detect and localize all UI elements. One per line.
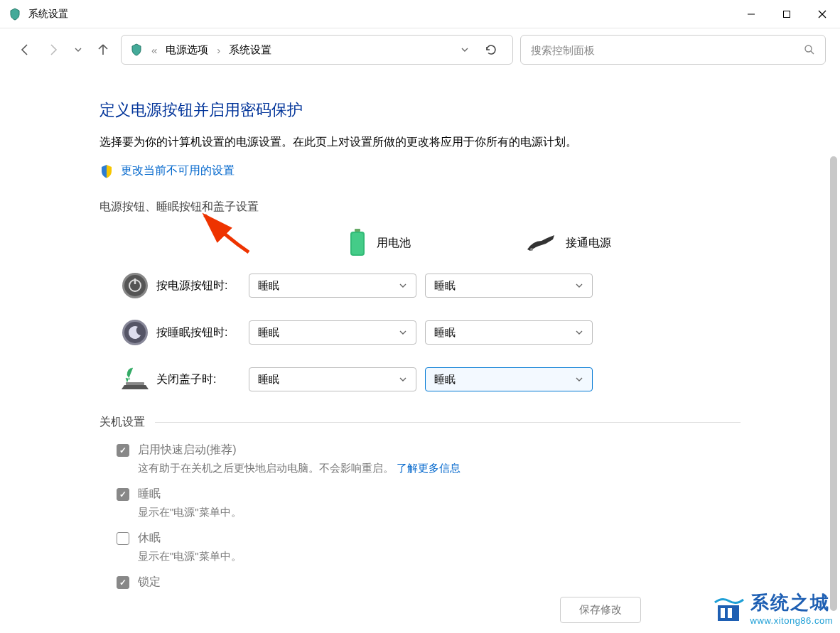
nav-up-button[interactable] — [92, 39, 114, 60]
lid-close-plugged-select[interactable]: 睡眠 — [425, 367, 593, 391]
vertical-scrollbar[interactable] — [830, 156, 837, 611]
close-button[interactable] — [804, 0, 840, 28]
plug-icon — [526, 234, 556, 252]
hibernate-label: 休眠 — [138, 531, 161, 546]
lock-label: 锁定 — [138, 575, 161, 590]
fast-startup-desc: 这有助于在关机之后更快地启动电脑。不会影响重启。 — [138, 462, 394, 474]
chevron-down-icon — [575, 375, 583, 384]
select-value: 睡眠 — [434, 373, 575, 386]
change-unavailable-settings-link[interactable]: 更改当前不可用的设置 — [121, 163, 235, 178]
maximize-button[interactable] — [769, 0, 804, 28]
breadcrumb-separator: › — [217, 44, 220, 56]
learn-more-link[interactable]: 了解更多信息 — [397, 462, 461, 474]
hibernate-checkbox[interactable] — [117, 532, 129, 545]
svg-line-5 — [811, 51, 814, 54]
svg-point-11 — [124, 275, 146, 296]
svg-point-9 — [530, 248, 533, 251]
select-value: 睡眠 — [434, 326, 575, 340]
lock-checkbox[interactable] — [117, 576, 129, 589]
hibernate-desc: 显示在"电源"菜单中。 — [138, 550, 741, 563]
sleep-label: 睡眠 — [138, 487, 161, 502]
chevron-down-icon — [399, 328, 407, 337]
sleep-button-battery-select[interactable]: 睡眠 — [249, 320, 416, 345]
power-button-battery-select[interactable]: 睡眠 — [249, 274, 416, 298]
page-description: 选择要为你的计算机设置的电源设置。在此页上对设置所做的更改将应用于你所有的电源计… — [99, 134, 741, 151]
svg-rect-6 — [355, 229, 360, 232]
sleep-button-icon — [121, 318, 149, 347]
battery-header-label: 用电池 — [377, 236, 411, 251]
svg-rect-8 — [352, 233, 363, 254]
nav-forward-button[interactable] — [43, 39, 64, 60]
search-icon — [804, 44, 815, 55]
search-bar[interactable] — [520, 35, 826, 65]
sleep-checkbox[interactable] — [117, 488, 129, 501]
svg-rect-16 — [126, 382, 144, 385]
watermark: 系统之城 www.xitong86.com — [714, 590, 833, 626]
svg-rect-18 — [721, 608, 725, 618]
watermark-logo-icon — [714, 593, 745, 624]
plugged-header-label: 接通电源 — [566, 236, 611, 251]
page-title: 定义电源按钮并启用密码保护 — [99, 99, 741, 121]
search-input[interactable] — [531, 44, 804, 56]
divider — [155, 422, 741, 423]
watermark-subtitle: www.xitong86.com — [750, 615, 833, 626]
select-value: 睡眠 — [434, 279, 575, 293]
refresh-button[interactable] — [478, 43, 504, 56]
shield-icon — [130, 43, 143, 56]
window-title: 系统设置 — [28, 8, 68, 21]
lid-close-label: 关闭盖子时: — [156, 372, 249, 387]
save-changes-button[interactable]: 保存修改 — [560, 597, 641, 623]
address-bar[interactable]: « 电源选项 › 系统设置 — [121, 35, 513, 65]
nav-history-dropdown[interactable] — [71, 39, 85, 60]
fast-startup-label: 启用快速启动(推荐) — [138, 443, 237, 458]
sleep-button-label: 按睡眠按钮时: — [156, 325, 249, 340]
breadcrumb-item-power-options[interactable]: 电源选项 — [166, 43, 208, 57]
minimize-button[interactable] — [733, 0, 769, 28]
power-button-icon — [121, 271, 149, 300]
uac-shield-icon — [99, 164, 114, 178]
lid-close-icon — [120, 365, 150, 394]
chevron-down-icon — [399, 281, 407, 290]
fast-startup-checkbox[interactable] — [117, 444, 129, 457]
select-value: 睡眠 — [258, 373, 399, 386]
power-button-plugged-select[interactable]: 睡眠 — [425, 274, 593, 298]
select-value: 睡眠 — [258, 279, 399, 293]
power-section-label: 电源按钮、睡眠按钮和盖子设置 — [99, 200, 741, 215]
sleep-button-plugged-select[interactable]: 睡眠 — [425, 320, 593, 345]
app-icon — [9, 8, 21, 21]
chevron-down-icon — [575, 281, 583, 290]
svg-point-4 — [805, 45, 812, 52]
svg-rect-19 — [728, 608, 732, 618]
breadcrumb-prefix: « — [151, 44, 157, 56]
watermark-title: 系统之城 — [750, 590, 833, 615]
battery-icon — [348, 229, 367, 257]
address-dropdown-icon[interactable] — [460, 45, 470, 55]
breadcrumb-item-system-settings[interactable]: 系统设置 — [229, 43, 271, 57]
select-value: 睡眠 — [258, 326, 399, 340]
nav-back-button[interactable] — [14, 39, 36, 60]
chevron-down-icon — [575, 328, 583, 337]
lid-close-battery-select[interactable]: 睡眠 — [249, 367, 416, 391]
shutdown-section-title: 关机设置 — [99, 415, 145, 430]
power-button-label: 按电源按钮时: — [156, 278, 249, 293]
sleep-desc: 显示在"电源"菜单中。 — [138, 506, 741, 519]
chevron-down-icon — [399, 375, 407, 384]
svg-rect-1 — [784, 11, 790, 17]
